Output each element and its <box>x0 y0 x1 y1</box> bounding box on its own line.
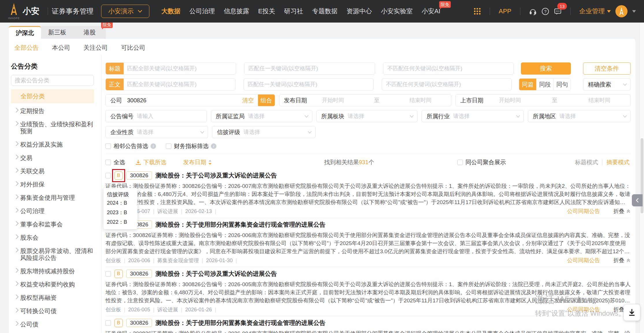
body-match-all-input[interactable] <box>124 79 235 90</box>
csrc-bureau-select[interactable]: 所属证监局 请选择 <box>211 110 312 122</box>
tab-followed-companies[interactable]: 关注公司 <box>83 44 108 52</box>
region-select[interactable]: 所属地区 请选择 <box>528 110 631 122</box>
title-match-none-input[interactable] <box>383 62 514 75</box>
info-icon[interactable] <box>151 143 156 149</box>
info-icon[interactable] <box>211 143 216 149</box>
sidebar-item-external-guarantees[interactable]: 对外担保 <box>11 178 94 191</box>
brand-logo[interactable]: INHOPE <box>8 3 20 20</box>
sidebar-item-convertible-bonds[interactable]: 可转换公司债 <box>11 304 94 318</box>
nav-item-ai[interactable]: 小安AI 限免 <box>422 7 440 16</box>
announcement-checkbox[interactable] <box>105 173 111 178</box>
nav-item-bigdata[interactable]: 大数据 <box>162 7 181 16</box>
page-download-button[interactable] <box>623 304 640 321</box>
help-icon[interactable]: ? <box>541 8 549 15</box>
body-match-none-input[interactable] <box>382 78 512 90</box>
nav-item-e-ir[interactable]: E投关 <box>258 7 275 16</box>
avatar[interactable] <box>615 5 628 17</box>
chevron-down-icon[interactable] <box>632 10 636 13</box>
checkbox-icon[interactable] <box>105 160 111 165</box>
announcement-title-link[interactable]: 测绘股份：关于使用部分闲置募集资金进行现金管理的进展公告 <box>155 221 325 229</box>
announcement-number-filter[interactable]: 公告编号 请输入 <box>105 110 207 122</box>
same-company-announcements-link[interactable]: 公司同期公告 <box>567 208 600 215</box>
listing-date-end-input[interactable]: 结束时间 <box>588 97 610 104</box>
sort-by-date-button[interactable]: 发布日期 <box>183 158 212 166</box>
announcement-title-link[interactable]: 测绘股份：关于公司涉及重大诉讼的进展公告 <box>155 171 277 180</box>
messages-icon[interactable]: 13 <box>554 8 562 15</box>
apps-grid-icon[interactable] <box>474 8 481 15</box>
disclosure-rating-select[interactable]: 信披评级 请选择 <box>212 126 315 138</box>
disclosure-rating-badge[interactable]: B <box>114 270 123 278</box>
board-select[interactable]: 所属板块 请选择 <box>316 110 418 122</box>
enterprise-nature-select[interactable]: 企业性质 请选择 <box>105 126 208 138</box>
environment-selector[interactable]: 小安演示 <box>101 5 149 18</box>
nav-item-academy[interactable]: 研习社 <box>284 7 303 16</box>
precise-search-select[interactable]: 精确搜索 <box>583 78 631 90</box>
sidebar-item-corporate-bonds[interactable]: 公司债 <box>11 318 94 331</box>
search-button[interactable]: 搜索 <box>521 62 571 75</box>
sidebar-item-corporate-governance[interactable]: 公司治理 <box>11 204 94 218</box>
sidebar-item-preferred-shares[interactable]: 优先股 <box>11 331 94 333</box>
company-clear-link[interactable]: 清空 <box>242 97 254 104</box>
select-all-checkbox[interactable]: 全选 <box>105 158 125 166</box>
page-scrollbar[interactable] <box>640 23 644 333</box>
disclosure-rating-badge[interactable]: B <box>114 171 123 180</box>
industry-select[interactable]: 所属行业 请选择 <box>422 110 524 122</box>
body-match-any-input[interactable] <box>244 78 374 90</box>
sidebar-item-abnormal-fluctuation[interactable]: 股票交易异常波动、澄清和风险提示公告 <box>11 244 94 264</box>
announcement-title-link[interactable]: 测绘股份：关于公司涉及重大诉讼的进展公告 <box>155 270 277 278</box>
checkbox-icon[interactable] <box>105 143 111 149</box>
announcement-number-input[interactable]: 请输入 <box>137 112 153 120</box>
same-company-announcements-link[interactable]: 公司同期公告 <box>567 257 600 264</box>
stock-code-badge[interactable]: 300826 <box>126 270 152 278</box>
download-selected-button[interactable]: 下载所选 <box>136 158 166 166</box>
company-combine-button[interactable]: 组合 <box>258 95 275 106</box>
clear-conditions-button[interactable]: 清空条件 <box>583 62 631 75</box>
nav-item-disclosure[interactable]: 信息披露 <box>224 7 249 16</box>
announcement-title-link[interactable]: 测绘股份：关于使用部分闲置募集资金进行现金管理的进展公告 <box>155 319 325 327</box>
tab-all-announcements[interactable]: 全部公告 <box>14 44 39 52</box>
adjacent-filter-checkbox[interactable]: 相邻公告筛选 <box>105 142 156 150</box>
sidebar-item-equity-change-tender[interactable]: 权益变动和要约收购 <box>11 278 94 291</box>
scope-same-sentence[interactable]: 同句 <box>554 79 571 90</box>
publish-date-start-input[interactable]: 开始时间 <box>322 97 344 104</box>
headset-support-icon[interactable] <box>529 8 537 15</box>
tab-own-company[interactable]: 本公司 <box>52 44 70 52</box>
sidebar-item-trading[interactable]: 交易 <box>11 151 94 164</box>
nav-item-governance[interactable]: 公司治理 <box>190 7 215 16</box>
tab-hushenbei[interactable]: 沪深北 <box>9 26 41 39</box>
nav-item-topic-data[interactable]: 专题数据 <box>312 7 337 16</box>
sidebar-item-all-categories[interactable]: 全部分类 <box>11 89 94 103</box>
scope-same-paragraph[interactable]: 同段 <box>537 79 554 90</box>
checkbox-icon[interactable] <box>457 160 463 165</box>
collapse-toggle[interactable]: 折叠 <box>613 208 631 215</box>
sidebar-item-equity-refinancing[interactable]: 股权型再融资 <box>11 291 94 304</box>
collapse-toggle[interactable]: 折叠 <box>613 257 631 264</box>
app-link[interactable]: APP <box>499 8 511 15</box>
same-company-announcements-link[interactable]: 公司同期公告 <box>567 306 600 313</box>
announcement-checkbox[interactable] <box>105 271 111 277</box>
tab-ganggu[interactable]: 港股 限免 <box>73 26 106 39</box>
nav-item-lab[interactable]: 小安实验室 <box>381 7 413 16</box>
sidebar-item-shareholding-changes[interactable]: 股东增持或减持股份 <box>11 264 94 278</box>
publish-date-end-input[interactable]: 结束时间 <box>409 97 431 104</box>
scope-same-article[interactable]: 同篇 <box>519 79 537 90</box>
sidebar-item-earnings-forecast[interactable]: 业绩预告、业绩快报和盈利预测 <box>11 118 94 138</box>
summary-mode-button[interactable]: 摘要模式 <box>606 158 630 166</box>
listing-date-start-input[interactable]: 开始时间 <box>499 97 521 104</box>
sidebar-item-related-transactions[interactable]: 关联交易 <box>11 164 94 178</box>
aggregate-checkbox[interactable]: 同公司聚合展示 <box>457 158 506 166</box>
sidebar-item-periodic-reports[interactable]: 定期报告 <box>11 104 94 118</box>
nav-item-resource-center[interactable]: 资源中心 <box>346 7 372 16</box>
sidebar-item-equity-distribution[interactable]: 权益分派及实施 <box>11 138 94 151</box>
title-match-any-input[interactable] <box>244 62 375 75</box>
category-search-input[interactable] <box>11 75 94 86</box>
stock-code-badge[interactable]: 300826 <box>126 171 152 180</box>
financial-filter-checkbox[interactable]: 财务指标筛选 <box>166 142 216 150</box>
title-match-all-input[interactable] <box>124 63 236 74</box>
tab-xinsanban[interactable]: 新三板 <box>41 26 73 39</box>
announcement-checkbox[interactable] <box>105 320 111 326</box>
checkbox-icon[interactable] <box>166 143 171 149</box>
sidebar-item-shareholders-meeting[interactable]: 股东会 <box>11 231 94 244</box>
side-panel-collapse-button[interactable] <box>632 194 643 206</box>
enterprise-menu[interactable]: 企业管理 <box>579 7 611 16</box>
